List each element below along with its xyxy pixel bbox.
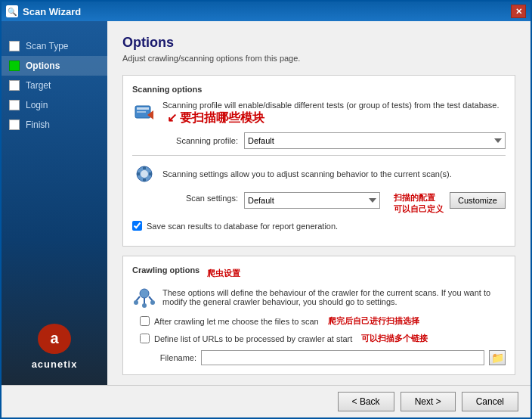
login-indicator [9,100,20,110]
customize-button[interactable]: Customize [450,192,506,209]
content-area: Scan Type Options Target Login Finish [2,21,530,385]
profile-label: Scanning profile: [162,136,238,145]
settings-annotation-1: 扫描的配置 [394,192,444,203]
svg-text:a: a [50,330,59,346]
svg-rect-3 [137,107,149,110]
save-results-row: Save scan results to database for report… [132,221,506,231]
options-indicator [9,61,20,71]
sidebar-item-scan-type[interactable]: Scan Type [2,36,107,56]
save-results-label: Save scan results to database for report… [147,222,338,231]
define-urls-annotation: 可以扫描多个链接 [361,333,428,344]
next-button[interactable]: Next > [401,392,456,411]
crawling-description: These options will define the behaviour … [162,288,506,306]
finish-label: Finish [26,119,50,130]
svg-rect-10 [137,172,140,175]
main-panel: Options Adjust crawling/scanning options… [107,21,530,385]
profile-description-row: Scanning profile will enable/disable dif… [132,100,506,126]
login-label: Login [26,100,48,110]
sidebar-nav: Scan Type Options Target Login Finish [2,36,107,135]
bottom-bar: < Back Next > Cancel [2,385,530,417]
cancel-button[interactable]: Cancel [462,392,518,411]
after-crawl-row: After crawling let me choose the files t… [140,315,506,327]
logo-text: acunetix [32,358,78,370]
after-crawl-label: After crawling let me choose the files t… [154,317,319,326]
crawling-options-section: Crawling options 爬虫设置 [122,256,515,375]
sidebar-item-login[interactable]: Login [2,95,107,115]
target-label: Target [26,80,51,91]
sidebar-logo: a acunetix [17,307,93,385]
settings-description-row: Scanning settings allow you to adjust sc… [132,162,506,186]
svg-point-16 [134,300,138,305]
logo-svg: a [34,322,75,355]
scan-type-label: Scan Type [26,41,68,51]
crawler-icon [132,285,156,309]
save-results-checkbox[interactable] [132,221,142,231]
filename-input[interactable] [201,350,484,365]
svg-point-12 [140,289,149,298]
after-crawl-checkbox[interactable] [140,316,150,326]
sidebar: Scan Type Options Target Login Finish [2,21,107,385]
settings-annotation-2: 可以自己定义 [394,203,444,215]
page-title: Options [122,35,515,51]
svg-point-17 [150,300,155,305]
acunetix-logo: a acunetix [32,322,78,370]
finish-indicator [9,119,20,130]
sidebar-item-finish[interactable]: Finish [2,115,107,135]
profile-description: Scanning profile will enable/disable dif… [162,101,500,110]
settings-label: Scan settings: [162,192,238,203]
after-crawl-annotation: 爬完后自己进行扫描选择 [328,315,419,327]
settings-field-row: Scan settings: Default 扫描的配置 可以自己定义 Cust… [162,192,506,215]
profile-annotation: ↙ 要扫描哪些模块 [167,111,264,124]
filename-row: Filename: 📁 [147,350,506,365]
sidebar-item-target[interactable]: Target [2,76,107,95]
filename-label: Filename: [147,353,196,362]
title-bar-buttons: ✕ [511,5,526,18]
main-window: 🔍 Scan Wizard ✕ Scan Type Options Tar [0,0,532,419]
crawling-description-row: These options will define the behaviour … [132,285,506,309]
back-button[interactable]: < Back [338,392,394,411]
define-urls-label: Define list of URLs to be processed by c… [154,334,352,343]
svg-rect-8 [143,166,146,169]
svg-point-7 [141,170,148,178]
scanning-options-title: Scanning options [132,85,506,94]
separator-1 [132,155,506,156]
scanning-profile-select[interactable]: Default [244,132,506,149]
target-indicator [9,80,20,91]
page-subtitle: Adjust crawling/scanning options from th… [122,54,515,63]
profile-icon [132,101,156,126]
profile-field-row: Scanning profile: Default [162,132,506,149]
scan-settings-select[interactable]: Default [244,192,380,209]
svg-point-18 [142,303,147,308]
scanning-options-section: Scanning options Scanning profile will e… [122,75,515,247]
settings-description: Scanning settings allow you to adjust sc… [162,169,506,178]
close-button[interactable]: ✕ [511,5,526,18]
scan-type-indicator [9,41,20,51]
crawling-annotation: 爬虫设置 [207,268,240,279]
window-icon: 🔍 [6,5,18,17]
sidebar-item-options[interactable]: Options [2,56,107,76]
browse-button[interactable]: 📁 [489,350,506,365]
svg-rect-4 [137,111,146,113]
title-bar: 🔍 Scan Wizard ✕ [2,2,530,21]
svg-rect-11 [149,172,152,175]
title-bar-left: 🔍 Scan Wizard [6,5,81,17]
crawling-header: Crawling options 爬虫设置 [132,265,506,281]
svg-rect-9 [143,178,146,182]
crawling-options-title: Crawling options [132,265,200,275]
define-urls-row: Define list of URLs to be processed by c… [140,333,506,344]
window-title: Scan Wizard [23,6,81,17]
define-urls-checkbox[interactable] [140,334,150,343]
settings-icon [132,162,156,186]
options-label: Options [26,61,60,71]
